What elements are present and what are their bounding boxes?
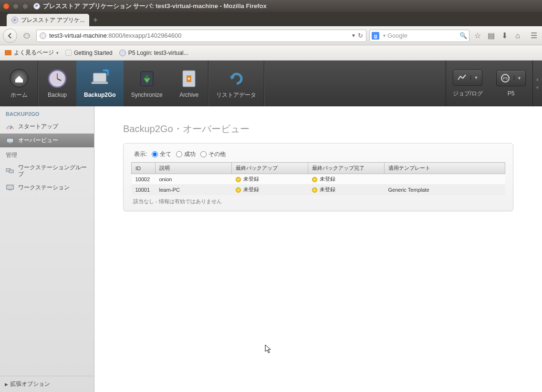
new-tab-button[interactable]: + xyxy=(93,16,97,24)
page-icon xyxy=(65,50,72,56)
reading-list-icon[interactable]: ▤ xyxy=(486,31,496,40)
nav-home[interactable]: ホーム xyxy=(0,61,38,106)
svg-point-0 xyxy=(24,33,30,38)
google-logo-icon: g xyxy=(372,32,379,40)
app-toolbar: ホーム Backup Backup2Go Synchronize Archive xyxy=(0,61,542,106)
sidebar-label: 拡張オプション xyxy=(10,380,50,388)
menu-button[interactable]: ☰ xyxy=(529,31,539,40)
back-arrow-icon xyxy=(7,32,13,39)
col-last-done[interactable]: 最終バックアップ完了 xyxy=(308,163,385,174)
status-dot-icon xyxy=(236,177,241,182)
browser-nav-toolbar: test3-virtual-machine:8000/lexxapp/14029… xyxy=(0,26,542,45)
archive-icon xyxy=(179,69,199,89)
sidebar-expand-options[interactable]: ▶ 拡張オプション xyxy=(0,376,94,392)
svg-point-12 xyxy=(188,78,190,80)
bookmark-p5-login[interactable]: P5 Login: test3-virtual... xyxy=(119,50,188,56)
sidebar-item-workstation[interactable]: ワークステーション xyxy=(0,181,94,195)
window-maximize-button[interactable] xyxy=(22,3,29,10)
gauge-icon xyxy=(6,124,14,130)
identity-button[interactable] xyxy=(20,29,33,42)
filter-label: 表示: xyxy=(134,150,147,158)
svg-rect-16 xyxy=(7,138,13,143)
nav-label: Backup2Go xyxy=(84,92,116,98)
back-button[interactable] xyxy=(3,29,17,43)
reload-button[interactable]: ↻ xyxy=(358,32,363,39)
svg-point-1 xyxy=(25,35,26,36)
table-row[interactable]: 10001learn-PC未登録未登録Generic Template xyxy=(132,185,505,195)
dropdown-caret-icon[interactable]: ▼ xyxy=(470,75,478,80)
search-engine-dropdown-icon[interactable]: ▾ xyxy=(383,33,386,38)
nav-backup2go[interactable]: Backup2Go xyxy=(76,61,124,106)
filter-option-label: 成功 xyxy=(184,150,196,158)
workspace: BACKUP2GO スタートアップ オーバービュー 管理 ワークステーショングル… xyxy=(0,106,542,392)
cell-done: 未登録 xyxy=(308,174,385,185)
filter-all[interactable]: 全て xyxy=(152,150,171,158)
cell-desc: learn-PC xyxy=(156,185,232,195)
sidebar-label: ワークステーショングループ xyxy=(18,164,88,178)
url-bar[interactable]: test3-virtual-machine:8000/lexxapp/14029… xyxy=(36,30,366,42)
col-id[interactable]: ID xyxy=(132,163,156,174)
nav-synchronize[interactable]: Synchronize xyxy=(124,61,170,106)
nav-label: Archive xyxy=(179,92,198,98)
bookmark-star-icon[interactable]: ☆ xyxy=(472,31,483,40)
cell-last: 未登録 xyxy=(232,174,308,185)
window-minimize-button[interactable] xyxy=(12,3,19,10)
browser-tab[interactable]: P プレスストア アプリケ... xyxy=(7,14,89,26)
monitor-icon xyxy=(6,184,14,191)
filter-other[interactable]: その他 xyxy=(200,150,226,158)
p5-menu-button[interactable]: P5 ▼ P5 xyxy=(490,61,532,106)
jobs-log-button[interactable]: ▼ ジョブ/ログ xyxy=(446,61,490,106)
col-desc[interactable]: 説明 xyxy=(156,163,232,174)
overview-panel: 表示: 全て 成功 その他 ID 説明 最終バックアップ 最終バックアップ完了 … xyxy=(123,143,513,211)
nav-label: Backup xyxy=(48,92,67,98)
cell-done: 未登録 xyxy=(308,185,385,195)
home-circle-icon xyxy=(9,68,29,88)
nav-archive[interactable]: Archive xyxy=(170,61,208,106)
search-submit-icon[interactable]: 🔍 xyxy=(459,32,467,39)
svg-rect-7 xyxy=(94,73,106,82)
url-rest: :8000/lexxapp/1402964600 xyxy=(107,32,182,39)
page-title: Backup2Go・オーバービュー xyxy=(123,123,513,135)
dropdown-caret-icon[interactable]: ▼ xyxy=(514,76,521,81)
window-close-button[interactable] xyxy=(3,3,10,10)
chart-icon xyxy=(457,74,467,82)
bookmark-label: P5 Login: test3-virtual... xyxy=(128,50,188,56)
bookmark-getting-started[interactable]: Getting Started xyxy=(65,50,113,56)
radio-all[interactable] xyxy=(152,151,158,157)
triangle-right-icon: ▶ xyxy=(5,382,8,387)
sync-icon xyxy=(137,69,157,89)
cell-desc: onion xyxy=(156,174,232,185)
home-icon[interactable]: ⌂ xyxy=(512,31,523,40)
svg-rect-20 xyxy=(7,185,13,189)
svg-rect-21 xyxy=(9,189,11,190)
chevron-up-icon: ▲ xyxy=(535,77,540,82)
cell-template xyxy=(385,174,505,185)
radio-ok[interactable] xyxy=(176,151,182,157)
mask-icon xyxy=(23,32,31,40)
sidebar-item-workstation-group[interactable]: ワークステーショングループ xyxy=(0,161,94,181)
sidebar-label: スタートアップ xyxy=(18,123,58,131)
filter-option-label: その他 xyxy=(208,150,226,158)
nav-label: ジョブ/ログ xyxy=(453,90,483,98)
nav-backup[interactable]: Backup xyxy=(38,61,76,106)
col-template[interactable]: 適用テンプレート xyxy=(385,163,505,174)
bookmark-frequent[interactable]: よく見るページ ▾ xyxy=(5,49,59,57)
chevron-down-icon: ▼ xyxy=(535,85,540,90)
clock-icon xyxy=(47,69,67,89)
table-row[interactable]: 10002onion未登録未登録 xyxy=(132,174,505,185)
search-bar[interactable]: g ▾ Google 🔍 xyxy=(369,30,469,42)
filter-ok[interactable]: 成功 xyxy=(176,150,196,158)
cell-template: Generic Template xyxy=(385,185,505,195)
col-last-backup[interactable]: 最終バックアップ xyxy=(232,163,308,174)
url-dropdown-icon[interactable]: ▼ xyxy=(351,33,356,38)
sidebar-item-startup[interactable]: スタートアップ xyxy=(0,120,94,134)
toolbar-resize-handle[interactable]: ▲ ▼ xyxy=(532,61,542,106)
workstation-table: ID 説明 最終バックアップ 最終バックアップ完了 適用テンプレート 10002… xyxy=(131,162,505,195)
sidebar-item-overview[interactable]: オーバービュー xyxy=(0,134,94,147)
nav-restore[interactable]: リストアデータ xyxy=(208,61,264,106)
svg-rect-19 xyxy=(9,170,13,173)
bookmarks-bar: よく見るページ ▾ Getting Started P5 Login: test… xyxy=(0,45,542,61)
table-footnote: 該当なし - 情報は有効ではありません xyxy=(131,195,505,205)
downloads-icon[interactable]: ⬇ xyxy=(499,31,510,40)
radio-other[interactable] xyxy=(200,151,207,157)
